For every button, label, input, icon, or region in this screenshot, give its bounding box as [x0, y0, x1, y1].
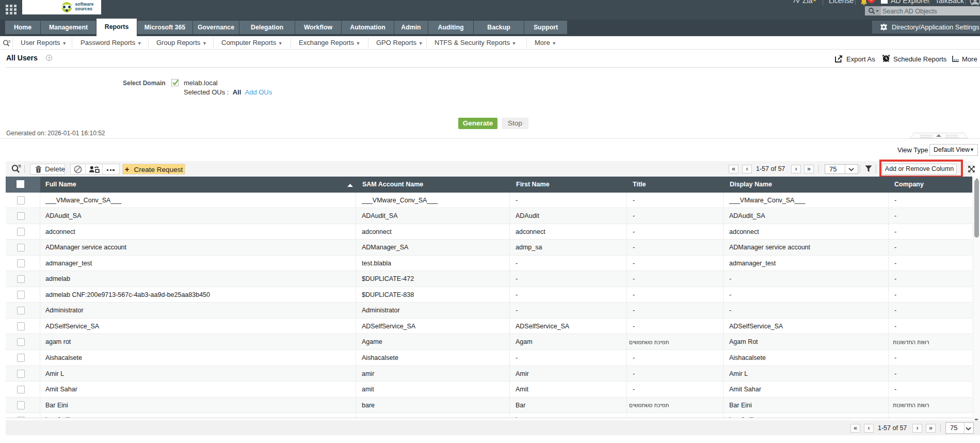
- svg-text:sources: sources: [75, 6, 92, 11]
- svg-text:software: software: [75, 2, 94, 7]
